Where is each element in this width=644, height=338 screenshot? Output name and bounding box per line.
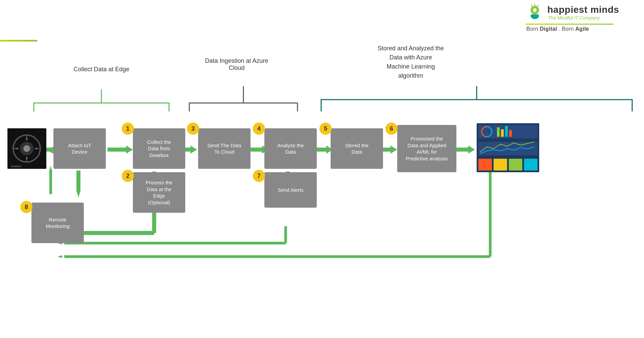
- processed-ai-box: Processed theData and AppliedAI/ML forPr…: [397, 125, 456, 172]
- gear-image: Gearbox: [7, 128, 46, 169]
- svg-rect-26: [152, 213, 156, 233]
- logo-area: happiest minds The Mindful IT Company Bo…: [526, 3, 641, 32]
- svg-marker-8: [47, 147, 53, 154]
- send-data-box: Send The DataTo Cloud: [198, 128, 251, 169]
- accent-line: [0, 40, 37, 42]
- svg-rect-53: [478, 159, 492, 171]
- company-logo-icon: [526, 3, 544, 22]
- process-edge-box: Process theData at theEdge(Optional): [133, 172, 185, 213]
- svg-rect-51: [509, 130, 512, 137]
- svg-marker-36: [57, 255, 62, 258]
- badge-4: 4: [253, 123, 265, 135]
- logo-underline: [526, 24, 614, 25]
- badge-6: 6: [385, 123, 398, 135]
- badge-8: 8: [20, 201, 32, 213]
- company-name: happiest minds: [547, 4, 619, 15]
- svg-text:Gearbox: Gearbox: [11, 165, 21, 168]
- svg-rect-10: [108, 148, 126, 152]
- section-data-ingestion: Data Ingestion at Azure Cloud: [193, 57, 281, 72]
- svg-rect-50: [505, 126, 508, 137]
- remote-monitoring-box: RemoteMonitoring: [31, 203, 84, 243]
- svg-marker-21: [468, 146, 475, 154]
- collect-data-box: Collect theData fromGearbox: [133, 128, 185, 169]
- svg-rect-54: [494, 159, 507, 171]
- section-stored-analyzed: Stored and Analyzed theData with AzureMa…: [360, 44, 461, 80]
- stored-data-box: Stored theData: [331, 128, 383, 169]
- badge-5: 5: [319, 123, 332, 135]
- svg-point-1: [533, 8, 537, 12]
- svg-marker-13: [190, 146, 197, 154]
- send-alerts-box: Send Alerts: [264, 172, 317, 208]
- badge-7: 7: [253, 170, 265, 182]
- svg-rect-55: [509, 159, 522, 171]
- badge-2: 2: [122, 170, 134, 182]
- svg-marker-19: [390, 146, 397, 154]
- dashboard-image: [477, 123, 539, 172]
- svg-marker-30: [76, 191, 80, 198]
- svg-rect-48: [497, 127, 500, 137]
- svg-rect-56: [524, 159, 538, 171]
- svg-line-3: [531, 5, 532, 7]
- svg-rect-49: [501, 129, 504, 137]
- badge-3: 3: [187, 123, 199, 135]
- analyze-data-box: Analyze theData: [264, 128, 317, 169]
- svg-marker-11: [126, 146, 133, 154]
- badge-1: 1: [122, 123, 134, 135]
- born-text: Born Digital . Born Agile: [526, 26, 589, 32]
- company-tagline: The Mindful IT Company: [548, 15, 619, 21]
- attach-iot-box: Attach IoTDevice: [53, 128, 106, 169]
- svg-point-42: [23, 145, 30, 152]
- svg-marker-38: [49, 165, 52, 172]
- section-collect-edge: Collect Data at Edge: [54, 66, 149, 73]
- svg-line-4: [537, 5, 539, 7]
- flow-arrows: [0, 0, 644, 338]
